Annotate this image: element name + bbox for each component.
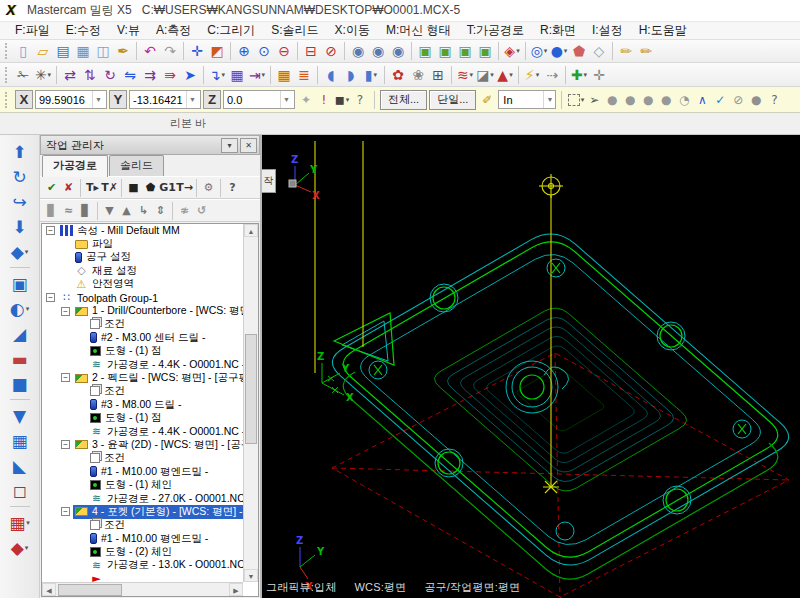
tree-item[interactable]: ≋가공경로 - 4.4K - O0001.NC -	[42, 358, 243, 371]
solid-sweep-icon[interactable]: ↪	[7, 189, 33, 214]
menu-item-11[interactable]: H:도움말	[632, 21, 694, 40]
menu-item-8[interactable]: T:가공경로	[460, 21, 531, 40]
tree-item[interactable]: 파일	[42, 237, 243, 250]
z-dropdown-icon[interactable]: ▼	[280, 91, 292, 108]
menu-item-7[interactable]: M:머신 형태	[379, 21, 458, 40]
tree-vertical-scrollbar[interactable]: ▲ ▼	[243, 224, 258, 582]
tree-expander-icon[interactable]: −	[61, 440, 70, 449]
insert-arrow-icon[interactable]: ↳	[135, 202, 152, 219]
highfeed-icon[interactable]: ⚙	[200, 179, 217, 196]
solid-import-icon[interactable]: ▼	[7, 403, 33, 428]
solid-find-features-icon[interactable]: ◻	[7, 478, 33, 503]
lathe-stock-icon[interactable]: ▲▾	[495, 65, 515, 85]
select-all-button[interactable]: 전체...	[380, 90, 427, 110]
scroll-up-icon[interactable]: ▲	[244, 224, 258, 237]
toggle-post-icon[interactable]: ▊	[77, 202, 94, 219]
add-entity-icon[interactable]: ✚▾	[569, 65, 589, 85]
pan-icon[interactable]: ✛	[187, 41, 207, 61]
select-last-icon[interactable]: ∧	[693, 91, 711, 109]
wireframe-canvas[interactable]: Z Y X Z Y X Z Y X	[262, 135, 800, 598]
y-coordinate-field[interactable]: ▼	[129, 90, 201, 109]
wcs-select-icon[interactable]: ◇	[589, 41, 609, 61]
tree-item[interactable]: #1 - M10.00 평엔드밀 -	[42, 532, 243, 545]
scroll-down-icon[interactable]: ▼	[244, 569, 258, 582]
tree-expander-icon[interactable]: −	[46, 226, 55, 235]
select-all-icon[interactable]: ●	[747, 91, 765, 109]
solid-thicken-icon[interactable]: ▬	[7, 346, 33, 371]
menu-item-0[interactable]: F:파일	[8, 21, 57, 40]
surface-fillet-icon[interactable]: ◖	[321, 65, 341, 85]
select-mask-icon[interactable]: ●	[639, 91, 657, 109]
translucency-icon[interactable]: ⇢	[542, 65, 562, 85]
select-entities-icon[interactable]: ●	[603, 91, 621, 109]
hide-toolpaths-icon[interactable]: ≉	[176, 202, 193, 219]
xform-roll-icon[interactable]: ↴▾	[207, 65, 227, 85]
tree-expander-icon[interactable]: −	[46, 293, 55, 302]
tree-item[interactable]: 조건	[42, 519, 243, 532]
xform-dynamic-icon[interactable]: ➤	[180, 65, 200, 85]
tree-item[interactable]: 도형 - (1) 점	[42, 345, 243, 358]
analyze-dynamic-icon[interactable]: ✳▾	[33, 65, 53, 85]
menu-item-9[interactable]: R:화면	[533, 21, 583, 40]
tree-item[interactable]: 조건	[42, 385, 243, 398]
selection-help-icon[interactable]: ?	[765, 91, 783, 109]
selection-window-icon[interactable]: ▾	[567, 91, 585, 109]
z-axis-button[interactable]: Z	[203, 90, 221, 109]
tab-solids[interactable]: 솔리드	[109, 155, 164, 176]
zoom-window-icon[interactable]: ⊙	[254, 41, 274, 61]
zoom-window-in-icon[interactable]: ⊕	[234, 41, 254, 61]
g1-send-icon[interactable]: G1	[159, 179, 176, 196]
verify-icon[interactable]: ⬟	[142, 179, 159, 196]
apply-point-icon[interactable]: !	[315, 91, 333, 109]
shading-toggle-icon[interactable]: ⚡▾	[522, 65, 542, 85]
print-preview-icon[interactable]: ◫	[93, 41, 113, 61]
units-combo[interactable]: In ▼	[498, 90, 556, 109]
xform-nesting-icon[interactable]: ⇥▾	[247, 65, 267, 85]
tree-item[interactable]: 도형 - (2) 체인	[42, 545, 243, 558]
lock-selected-icon[interactable]: ▊	[43, 202, 60, 219]
new-file-icon[interactable]: ▯	[13, 41, 33, 61]
toolbar-grip[interactable]	[5, 67, 10, 83]
tree-item[interactable]: −속성 - Mill Default MM	[42, 224, 243, 237]
toolpath-help-icon[interactable]: ?	[224, 179, 241, 196]
quick-mask-brush-icon[interactable]: ✐	[478, 91, 496, 109]
vertical-scroll-thumb[interactable]	[245, 334, 257, 444]
xform-mirror-icon[interactable]: ⇋	[120, 65, 140, 85]
tree-item[interactable]: −3 - 윤곽 (2D) - [WCS: 평면] - [공구	[42, 438, 243, 451]
tree-item[interactable]: 도형 - (1) 체인	[42, 478, 243, 491]
menu-item-5[interactable]: S:솔리드	[264, 21, 325, 40]
redo-icon[interactable]: ↷	[160, 41, 180, 61]
hidden-line-view-icon[interactable]: ▣	[435, 41, 455, 61]
zoom-previous-icon[interactable]: ⊟	[301, 41, 321, 61]
blank-entity-icon[interactable]: ◉	[368, 41, 388, 61]
repaint-icon[interactable]: ◉	[348, 41, 368, 61]
point-help-icon[interactable]: ?	[351, 91, 369, 109]
solid-revolve-icon[interactable]: ↻	[7, 164, 33, 189]
tree-item[interactable]: −∷Toolpath Group-1	[42, 291, 243, 304]
select-toolpaths-icon[interactable]: T▸	[84, 179, 101, 196]
node-points-icon[interactable]: ✛	[589, 65, 609, 85]
save-file-icon[interactable]: ▤	[53, 41, 73, 61]
tree-item[interactable]: ≋가공경로 - 13.0K - O0001.NC	[42, 559, 243, 572]
tree-insert-flag[interactable]: ►	[42, 572, 243, 582]
select-quadrant-icon[interactable]: ◔	[675, 91, 693, 109]
scroll-right-icon[interactable]: ▶	[229, 583, 243, 596]
tree-horizontal-scrollbar[interactable]: ◀ ▶	[42, 582, 243, 596]
undo-icon[interactable]: ↶	[140, 41, 160, 61]
single-display-icon[interactable]: ↺	[193, 202, 210, 219]
tree-item[interactable]: −1 - Drill/Counterbore - [WCS: 평면	[42, 304, 243, 317]
surface-check-icon[interactable]: ◪▾	[475, 65, 495, 85]
fast-point-mode-icon[interactable]: ✦	[297, 91, 315, 109]
solid-chamfer-icon[interactable]: ◢	[7, 321, 33, 346]
regen-invalid-icon[interactable]: ✘	[60, 179, 77, 196]
solid-color-icon[interactable]: ◆▾	[7, 535, 33, 560]
xform-translate-icon[interactable]: ⇄	[60, 65, 80, 85]
toolbar-grip[interactable]	[5, 92, 10, 108]
zoom-out-50-icon[interactable]: ⊘	[321, 41, 341, 61]
tree-expander-icon[interactable]: −	[61, 307, 70, 316]
scroll-left-icon[interactable]: ◀	[42, 583, 56, 596]
tree-item[interactable]: 조건	[42, 318, 243, 331]
move-insert-down-icon[interactable]: ▼	[101, 202, 118, 219]
x-axis-button[interactable]: X	[15, 90, 33, 109]
rough-toolpaths-icon[interactable]: ✿	[388, 65, 408, 85]
